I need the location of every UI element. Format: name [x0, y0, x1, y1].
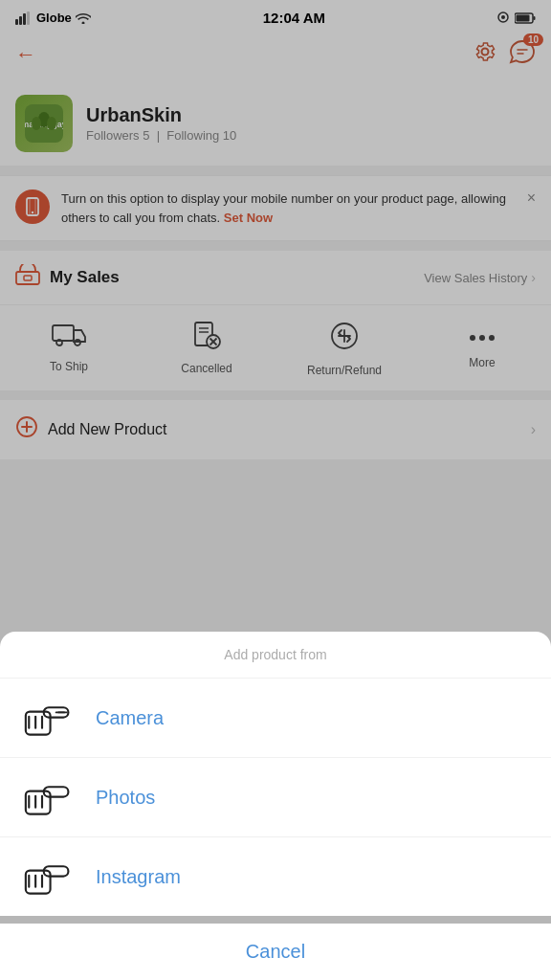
cancel-button[interactable]: Cancel — [0, 924, 551, 980]
sheet-title: Add product from — [0, 632, 551, 679]
photos-label: Photos — [96, 787, 155, 809]
instagram-option[interactable]: Instagram — [0, 837, 551, 916]
hand-point-icon-2 — [19, 773, 77, 821]
camera-option[interactable]: Camera — [0, 679, 551, 758]
photos-option[interactable]: Photos — [0, 758, 551, 837]
camera-label: Camera — [96, 707, 164, 729]
hand-point-icon-3 — [19, 853, 77, 901]
hand-point-icon — [19, 694, 77, 742]
bottom-sheet: Add product from Camera — [0, 632, 551, 980]
instagram-label: Instagram — [96, 866, 181, 888]
sheet-options: Add product from Camera — [0, 632, 551, 916]
cancel-label: Cancel — [246, 941, 305, 962]
